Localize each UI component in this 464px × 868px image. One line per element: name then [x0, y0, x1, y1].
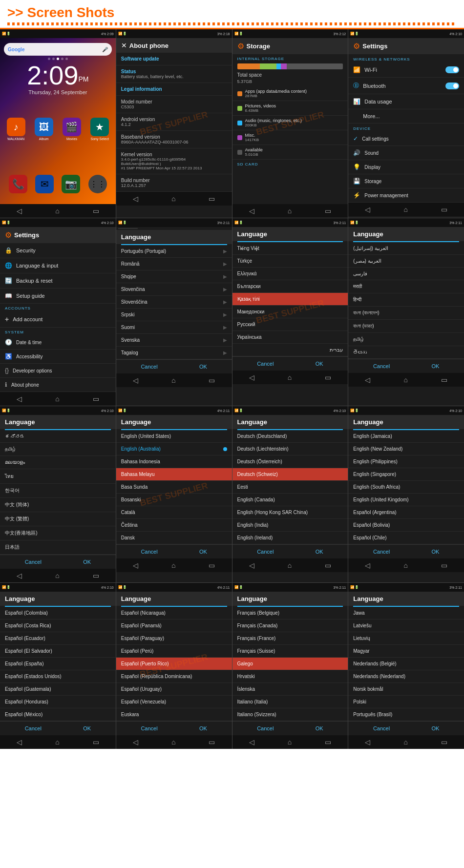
home-btn[interactable]: ⌂: [171, 376, 175, 384]
lang-item[interactable]: Español (Perú): [116, 645, 232, 658]
recent-btn[interactable]: ▭: [325, 738, 331, 746]
lang-item[interactable]: Srpski▶: [116, 309, 232, 321]
recent-btn[interactable]: ▭: [209, 195, 215, 203]
home-btn[interactable]: ⌂: [403, 206, 407, 213]
lang-item[interactable]: தமிழ்: [0, 443, 116, 456]
about-item-software[interactable]: Software update: [116, 53, 232, 65]
lang-item[interactable]: മലയാളം: [0, 456, 116, 469]
lang-item[interactable]: Español (España): [0, 658, 116, 670]
display-item[interactable]: 💡 Display: [348, 160, 464, 174]
lang-item[interactable]: Español (Chile): [348, 532, 464, 544]
lang-item[interactable]: Nederlands (België): [348, 658, 464, 670]
recent-btn[interactable]: ▭: [441, 376, 447, 384]
lang-item[interactable]: Български: [232, 280, 348, 293]
lang-item[interactable]: Tiếng Việt: [232, 242, 348, 255]
lang-item[interactable]: Basa Sunda: [116, 481, 232, 494]
search-bar[interactable]: Google 🎤: [4, 43, 112, 56]
language-input-item[interactable]: 🌐 Language & input: [0, 258, 116, 273]
lang-item[interactable]: Euskara: [116, 708, 232, 721]
back-btn[interactable]: ◁: [365, 561, 370, 569]
lang-item[interactable]: Suomi▶: [116, 321, 232, 334]
back-btn[interactable]: ◁: [365, 376, 370, 384]
lang-item[interactable]: 한국어: [0, 484, 116, 498]
home-btn[interactable]: ⌂: [55, 395, 59, 403]
home-btn[interactable]: ⌂: [55, 207, 59, 215]
recent-btn[interactable]: ▭: [325, 373, 331, 381]
back-btn[interactable]: ◁: [17, 207, 22, 215]
lang-item[interactable]: বাংলা (ভারত): [348, 320, 464, 333]
developer-item[interactable]: {} Developer options: [0, 364, 116, 378]
accessibility-item[interactable]: ♿ Accessibility: [0, 350, 116, 364]
lang-item[interactable]: 中文 (简体): [0, 498, 116, 512]
lang-item[interactable]: English (Ireland): [232, 532, 348, 544]
backup-item[interactable]: 🔄 Backup & reset: [0, 273, 116, 289]
ok-btn[interactable]: OK: [199, 364, 207, 370]
lang-item[interactable]: Lietuvių: [348, 632, 464, 645]
lang-item-selected[interactable]: English (Australia): [116, 443, 232, 455]
add-account-item[interactable]: + Add account: [0, 311, 116, 328]
home-btn[interactable]: ⌂: [171, 561, 175, 569]
lang-item[interactable]: Čeština: [116, 519, 232, 532]
back-btn[interactable]: ◁: [365, 738, 370, 746]
lang-item[interactable]: Bosanski: [116, 494, 232, 506]
cancel-btn[interactable]: Cancel: [373, 725, 390, 731]
recent-btn[interactable]: ▭: [441, 738, 447, 746]
lang-item[interactable]: Español (Colombia): [0, 607, 116, 620]
ok-btn[interactable]: OK: [431, 549, 439, 555]
lang-item[interactable]: English (Canada): [232, 494, 348, 506]
lang-item[interactable]: 日本語: [0, 540, 116, 555]
lang-item[interactable]: Ελληνικά: [232, 268, 348, 280]
lang-item[interactable]: Norsk bokmål: [348, 683, 464, 696]
home-btn[interactable]: ⌂: [403, 561, 407, 569]
cancel-btn[interactable]: Cancel: [141, 364, 157, 370]
lang-item[interactable]: Español (Nicaragua): [116, 607, 232, 620]
dock-app-2[interactable]: ✉: [35, 175, 54, 193]
lang-item[interactable]: 中文 (繁體): [0, 512, 116, 526]
back-btn[interactable]: ◁: [249, 561, 254, 569]
back-btn[interactable]: ◁: [17, 395, 22, 403]
back-btn[interactable]: ◁: [249, 207, 254, 215]
back-btn[interactable]: ◁: [133, 561, 138, 569]
lang-item[interactable]: Jawa: [348, 607, 464, 620]
ok-btn[interactable]: OK: [83, 725, 91, 731]
app-sony-select[interactable]: ★ Sony Select: [87, 118, 113, 141]
recent-btn[interactable]: ▭: [93, 395, 99, 403]
dock-app-4[interactable]: ⋮⋮: [88, 175, 107, 193]
ok-btn[interactable]: OK: [199, 725, 207, 731]
lang-item[interactable]: Nederlands (Nederland): [348, 670, 464, 683]
lang-item[interactable]: Français (France): [232, 632, 348, 645]
cancel-btn[interactable]: Cancel: [373, 549, 390, 555]
lang-item-highlighted[interactable]: Қазақ тілі: [232, 293, 348, 306]
lang-item[interactable]: English (United States): [116, 430, 232, 443]
lang-item[interactable]: తెలుగు: [348, 346, 464, 359]
lang-item[interactable]: Magyar: [348, 645, 464, 658]
cancel-btn[interactable]: Cancel: [141, 725, 157, 731]
recent-btn[interactable]: ▭: [325, 207, 331, 215]
back-btn[interactable]: ◁: [249, 373, 254, 381]
lang-item-highlighted[interactable]: Español (Puerto Rico): [116, 658, 232, 670]
home-btn[interactable]: ⌂: [55, 738, 59, 746]
sound-item[interactable]: 🔊 Sound: [348, 146, 464, 160]
home-btn[interactable]: ⌂: [403, 376, 407, 384]
lang-item[interactable]: Español (República Dominicana): [116, 670, 232, 683]
lang-item-highlighted[interactable]: Deutsch (Schweiz): [232, 468, 348, 481]
recent-btn[interactable]: ▭: [93, 572, 99, 579]
recent-btn[interactable]: ▭: [441, 561, 447, 569]
lang-item[interactable]: Slovenčina▶: [116, 283, 232, 296]
date-time-item[interactable]: 🕐 Date & time: [0, 335, 116, 350]
home-btn[interactable]: ⌂: [288, 561, 292, 569]
app-album[interactable]: 🖼 Album: [31, 118, 57, 141]
lang-item-highlighted[interactable]: Bahasa Melayu: [116, 468, 232, 481]
lang-item[interactable]: Italiano (Italia): [232, 696, 348, 708]
ok-btn[interactable]: OK: [316, 549, 323, 555]
back-btn[interactable]: ◁: [17, 572, 22, 579]
lang-item[interactable]: Dansk: [116, 532, 232, 544]
back-btn[interactable]: ◁: [249, 738, 254, 746]
back-btn[interactable]: ◁: [17, 738, 22, 746]
home-btn[interactable]: ⌂: [288, 738, 292, 746]
cancel-btn[interactable]: Cancel: [25, 725, 42, 731]
lang-item[interactable]: Bahasa Indonesia: [116, 455, 232, 468]
cancel-btn[interactable]: Cancel: [141, 549, 157, 555]
lang-item[interactable]: Hrvatski: [232, 670, 348, 683]
back-btn[interactable]: ◁: [133, 195, 138, 203]
